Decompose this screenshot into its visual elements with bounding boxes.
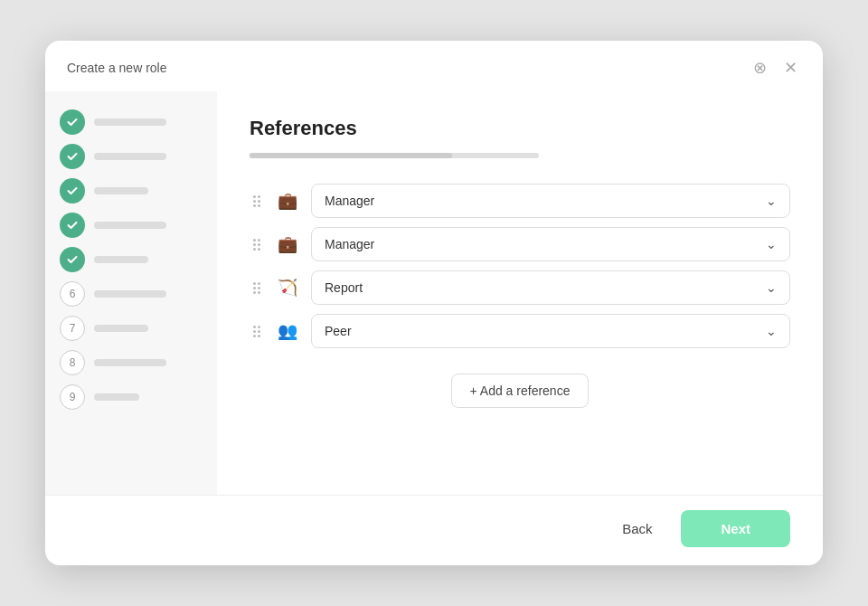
ref-dropdown-2[interactable]: Manager⌄ xyxy=(311,227,790,261)
close-icon[interactable]: ✕ xyxy=(779,57,801,79)
modal-title: Create a new role xyxy=(67,61,167,75)
section-title: References xyxy=(250,117,790,140)
step-circle-5 xyxy=(60,247,85,272)
sidebar-step-2 xyxy=(60,144,203,169)
references-list: 💼Manager⌄💼Manager⌄🏹Report⌄👥Peer⌄ xyxy=(250,184,790,348)
modal: Create a new role ⊗ ✕ 6789 References 💼M… xyxy=(45,41,823,565)
step-line-5 xyxy=(94,256,148,263)
chevron-down-icon-4: ⌄ xyxy=(766,324,777,338)
step-circle-9[interactable]: 9 xyxy=(60,384,85,410)
step-line-4 xyxy=(94,222,166,229)
ref-dropdown-4[interactable]: Peer⌄ xyxy=(311,314,790,348)
sidebar-step-4 xyxy=(60,213,203,238)
ref-dropdown-3[interactable]: Report⌄ xyxy=(311,270,790,305)
reference-row-3: 🏹Report⌄ xyxy=(250,270,790,305)
step-line-9 xyxy=(94,393,139,401)
ref-icon-1: 💼 xyxy=(273,186,302,215)
reference-row-1: 💼Manager⌄ xyxy=(250,184,790,218)
add-reference-button[interactable]: + Add a reference xyxy=(451,374,590,408)
step-line-2 xyxy=(94,153,166,160)
modal-header: Create a new role ⊗ ✕ xyxy=(45,41,823,91)
chevron-down-icon-3: ⌄ xyxy=(766,280,777,295)
ref-label-1: Manager xyxy=(325,194,374,208)
step-circle-3 xyxy=(60,178,85,204)
sidebar-step-5 xyxy=(60,247,203,272)
step-circle-4 xyxy=(60,213,85,238)
ref-icon-2: 💼 xyxy=(273,230,302,259)
sidebar-step-1 xyxy=(60,109,203,135)
next-button[interactable]: Next xyxy=(681,510,790,547)
main-content: References 💼Manager⌄💼Manager⌄🏹Report⌄👥Pe… xyxy=(217,91,823,495)
header-icons: ⊗ ✕ xyxy=(749,57,801,79)
ref-icon-4: 👥 xyxy=(273,317,302,346)
ref-label-4: Peer xyxy=(325,324,352,338)
sidebar-step-9: 9 xyxy=(60,384,203,410)
drag-handle-3[interactable] xyxy=(250,279,264,298)
ref-dropdown-1[interactable]: Manager⌄ xyxy=(311,184,790,218)
drag-handle-1[interactable] xyxy=(250,192,264,211)
ref-label-3: Report xyxy=(325,280,363,295)
sidebar: 6789 xyxy=(45,91,217,495)
step-line-8 xyxy=(94,359,166,366)
modal-body: 6789 References 💼Manager⌄💼Manager⌄🏹Repor… xyxy=(45,91,823,495)
step-line-1 xyxy=(94,118,166,126)
drag-handle-4[interactable] xyxy=(250,322,264,341)
step-line-3 xyxy=(94,187,148,194)
modal-footer: Back Next xyxy=(45,495,823,565)
chevron-down-icon-2: ⌄ xyxy=(766,237,777,251)
sidebar-step-8: 8 xyxy=(60,350,203,375)
chevron-down-icon-1: ⌄ xyxy=(766,194,777,208)
back-button[interactable]: Back xyxy=(604,512,670,545)
progress-bar xyxy=(250,153,539,158)
drag-handle-2[interactable] xyxy=(250,235,264,254)
step-line-6 xyxy=(94,290,166,298)
info-icon[interactable]: ⊗ xyxy=(749,57,770,79)
step-line-7 xyxy=(94,325,148,332)
sidebar-step-6: 6 xyxy=(60,281,203,307)
ref-label-2: Manager xyxy=(325,237,374,251)
step-circle-7[interactable]: 7 xyxy=(60,316,85,341)
step-circle-8[interactable]: 8 xyxy=(60,350,85,375)
step-circle-2 xyxy=(60,144,85,169)
reference-row-2: 💼Manager⌄ xyxy=(250,227,790,261)
sidebar-step-3 xyxy=(60,178,203,204)
step-circle-6[interactable]: 6 xyxy=(60,281,85,307)
ref-icon-3: 🏹 xyxy=(273,273,302,302)
step-circle-1 xyxy=(60,109,85,135)
progress-bar-fill xyxy=(250,153,452,158)
reference-row-4: 👥Peer⌄ xyxy=(250,314,790,348)
sidebar-step-7: 7 xyxy=(60,316,203,341)
